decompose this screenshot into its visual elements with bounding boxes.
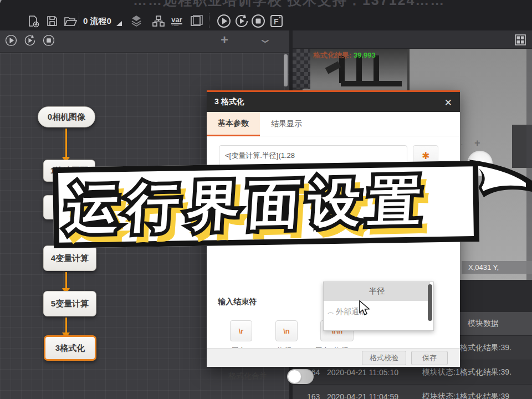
flow-node-label: 0相机图像	[48, 112, 85, 122]
mouse-cursor	[359, 300, 371, 319]
flow-node-var-calc-4[interactable]: 4变量计算	[43, 245, 96, 271]
fixture-base	[341, 81, 402, 86]
window-corner-mark	[0, 0, 3, 11]
new-solution-button[interactable]	[25, 13, 41, 29]
cell-data: 模块状态:1格式化结果:39	[422, 392, 532, 399]
banner-overlay: 运行界面设置 运行界面设置 运行界面设置	[53, 161, 479, 248]
result-value: 39.993	[354, 51, 376, 59]
dialog-titlebar[interactable]: 3 格式化 ✕	[207, 92, 460, 112]
cell-time: 2020-04-21 11:05:10	[327, 368, 422, 377]
fixture-clamp	[325, 62, 341, 74]
image-toolbar	[293, 30, 532, 49]
dialog-title: 3 格式化	[214, 97, 244, 107]
merge-toggle[interactable]	[287, 369, 314, 384]
collapse-chevron-icon[interactable]: ⌄	[258, 32, 273, 45]
dropdown-group-external-comm[interactable]: 外部通讯	[324, 304, 430, 320]
transparency-checker	[293, 49, 310, 89]
merge-label: 格式化合并	[228, 371, 267, 381]
save-format-button[interactable]: 保存	[411, 351, 448, 365]
dropdown-scrollbar[interactable]	[428, 284, 432, 321]
table-row[interactable]: 163 2020-04-21 11:04:59 模块状态:1格式化结果:39	[293, 385, 532, 399]
banner-text: 运行界面设置	[64, 166, 473, 242]
flow-selector-label: 0 流程0	[83, 16, 111, 27]
main-toolbar: ……远程职业培训学校 技术支持：137124…… 0 流程0 var ·—	[0, 0, 532, 30]
result-label: 格式化结果:	[313, 51, 351, 59]
variable-dropdown: 半径 外部通讯 ︿	[323, 282, 434, 331]
chevron-up-icon: ︿	[328, 305, 334, 319]
window-title: ……远程职业培训学校 技术支持：137124……	[133, 0, 532, 9]
canvas-scrollbar[interactable]	[284, 54, 288, 86]
crosshair-mark: +	[474, 137, 480, 149]
flow-selector[interactable]: 0 流程0	[83, 13, 111, 29]
flow-connector-arrow	[65, 129, 67, 157]
flow-node-format[interactable]: 3格式化	[44, 335, 96, 361]
flow-node-label: 4变量计算	[51, 253, 89, 264]
dropdown-item-radius[interactable]: 半径	[324, 282, 430, 301]
cell-data: 模块状态:1格式化结果:39.	[422, 367, 532, 377]
loop-flow-button[interactable]	[23, 34, 37, 47]
cell-index: 163	[293, 392, 327, 399]
flow-dropdown-caret[interactable]	[116, 21, 122, 26]
open-button[interactable]	[63, 13, 78, 29]
flow-node-label: 5变量计算	[51, 299, 89, 309]
format-tool-button[interactable]: F	[269, 13, 284, 29]
play-flow-button[interactable]	[4, 34, 18, 47]
cr-button[interactable]: \r	[230, 320, 252, 341]
panel-layout-button[interactable]	[188, 13, 204, 29]
flow-node-var-calc-5[interactable]: 5变量计算	[43, 291, 96, 316]
flow-node-camera[interactable]: 0相机图像	[38, 106, 95, 127]
tab-result-display[interactable]: 结果显示	[260, 112, 313, 136]
stop-flow-button[interactable]	[42, 34, 55, 47]
save-button[interactable]	[44, 13, 60, 29]
f-glyph: F	[274, 17, 279, 26]
app-window: ……远程职业培训学校 技术支持：137124…… 0 流程0 var ·—	[0, 0, 532, 399]
dialog-footer: 格式校验 保存	[207, 348, 460, 367]
layout-grid-button[interactable]	[514, 34, 526, 46]
format-verify-button[interactable]: 格式校验	[362, 351, 406, 365]
close-icon[interactable]: ✕	[444, 98, 452, 109]
lf-button[interactable]: \n	[275, 320, 298, 341]
cell-time: 2020-04-21 11:04:59	[327, 392, 422, 399]
dot-mark: ·	[461, 140, 463, 149]
tab-basic-params[interactable]: 基本参数	[207, 112, 260, 136]
dialog-tabs: 基本参数 结果显示	[207, 112, 460, 136]
toggle-knob	[288, 370, 301, 383]
layers-button[interactable]	[129, 13, 144, 29]
stop-button[interactable]	[250, 13, 266, 29]
flow-tab-strip	[0, 30, 291, 53]
toolbar-separator	[209, 13, 209, 28]
format-result-overlay: 格式化结果: 39.993	[313, 50, 376, 60]
add-flow-tab-button[interactable]: +	[221, 33, 228, 47]
run-once-button[interactable]	[216, 13, 232, 29]
run-continuous-button[interactable]	[234, 13, 249, 29]
flow-connector-arrow	[65, 272, 67, 289]
flow-chart-button[interactable]	[151, 13, 166, 29]
cursor-coords-badge: X,0431 Y,	[462, 261, 532, 274]
end-marker-label: 输入结束符	[218, 297, 257, 307]
toolbar-separator	[79, 13, 79, 28]
flow-connector-arrow	[65, 318, 67, 333]
flow-node-label: 3格式化	[55, 343, 85, 354]
var-dots: ·—	[171, 24, 182, 27]
variables-button[interactable]: var ·—	[169, 13, 185, 29]
